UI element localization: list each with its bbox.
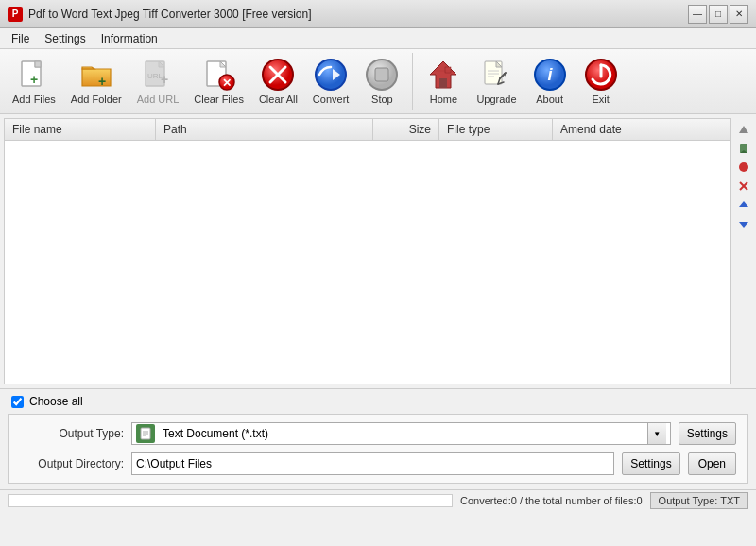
app-icon: P: [8, 7, 23, 22]
output-type-badge: Output Type: TXT: [650, 492, 748, 509]
choose-all-row: Choose all: [0, 389, 756, 414]
svg-text:+: +: [30, 72, 38, 87]
main-content-area: File name Path Size File type Amend date: [0, 114, 756, 388]
svg-text:+: +: [161, 72, 168, 87]
add-folder-label: Add Folder: [71, 94, 122, 105]
svg-rect-21: [445, 67, 451, 73]
about-svg: i: [533, 58, 567, 92]
about-label: About: [536, 94, 563, 105]
stop-label: Stop: [371, 94, 393, 105]
col-header-filetype: File type: [439, 119, 553, 140]
add-url-icon-container: URL +: [141, 58, 175, 92]
add-files-icon-container: +: [17, 58, 51, 92]
stop-svg: [365, 58, 399, 92]
menu-file[interactable]: File: [4, 30, 37, 47]
convert-button[interactable]: Convert: [306, 53, 356, 110]
svg-rect-20: [439, 78, 447, 88]
txt-file-icon: [139, 427, 152, 440]
converted-status: Converted:0 / the total number of files:…: [460, 495, 643, 506]
col-header-path: Path: [156, 119, 373, 140]
svg-text:✕: ✕: [222, 77, 232, 90]
clear-files-button[interactable]: ✕ Clear Files: [187, 53, 250, 110]
window-title: Pdf to Word Text Jpeg Tiff Converter 300…: [28, 8, 311, 21]
select-file-icon: [136, 424, 155, 443]
convert-label: Convert: [313, 94, 350, 105]
clear-all-svg: [261, 58, 295, 92]
sidebar-up-arrow[interactable]: [736, 197, 751, 213]
output-type-value: Text Document (*.txt): [159, 427, 647, 440]
svg-text:+: +: [98, 74, 106, 89]
file-table-body[interactable]: [5, 141, 730, 384]
sidebar-bookmark[interactable]: [736, 141, 751, 156]
choose-all-label: Choose all: [29, 395, 83, 408]
output-dir-settings-button[interactable]: Settings: [622, 452, 679, 475]
exit-svg: [584, 58, 618, 92]
output-type-select[interactable]: Text Document (*.txt) ▼: [131, 422, 671, 445]
convert-svg: [314, 58, 348, 92]
title-bar: P Pdf to Word Text Jpeg Tiff Converter 3…: [0, 0, 756, 28]
convert-icon-container: [314, 58, 348, 92]
add-folder-icon-container: +: [79, 58, 113, 92]
open-button[interactable]: Open: [688, 452, 736, 475]
add-url-button: URL + Add URL: [130, 53, 186, 110]
home-icon-container: [426, 58, 460, 92]
stop-button[interactable]: Stop: [357, 53, 406, 110]
toolbar: + Add Files + Add Folder: [0, 49, 756, 114]
title-bar-left: P Pdf to Word Text Jpeg Tiff Converter 3…: [8, 7, 311, 22]
minimize-button[interactable]: —: [688, 5, 707, 24]
exit-label: Exit: [592, 94, 609, 105]
svg-marker-42: [739, 201, 748, 207]
output-dir-label: Output Directory:: [20, 457, 124, 470]
bottom-panel: Choose all Output Type: Text Document (*…: [0, 388, 756, 484]
file-table-header: File name Path Size File type Amend date: [5, 119, 730, 141]
status-bar: Converted:0 / the total number of files:…: [0, 489, 756, 510]
svg-marker-36: [739, 126, 748, 133]
red-circle-icon: [738, 162, 749, 173]
output-dir-input[interactable]: [131, 452, 614, 475]
clear-files-icon-container: ✕: [202, 58, 236, 92]
red-x-icon: [738, 180, 749, 192]
scroll-up-icon: [738, 124, 749, 135]
up-arrow-icon: [738, 199, 749, 211]
close-button[interactable]: ✕: [730, 5, 748, 24]
col-header-amend: Amend date: [553, 119, 730, 140]
clear-all-button[interactable]: Clear All: [252, 53, 304, 110]
svg-rect-2: [35, 61, 41, 67]
menu-information[interactable]: Information: [94, 30, 165, 47]
upgrade-button[interactable]: Upgrade: [470, 53, 523, 110]
home-button[interactable]: Home: [419, 53, 468, 110]
output-type-label: Output Type:: [20, 427, 124, 440]
col-header-size: Size: [373, 119, 439, 140]
sidebar-red-x[interactable]: [736, 179, 751, 194]
file-table: File name Path Size File type Amend date: [4, 118, 731, 384]
menu-settings[interactable]: Settings: [37, 30, 93, 47]
add-files-button[interactable]: + Add Files: [6, 53, 62, 110]
exit-button[interactable]: Exit: [576, 53, 626, 110]
add-url-label: Add URL: [137, 94, 180, 105]
right-sidebar: [735, 118, 752, 384]
dropdown-arrow[interactable]: ▼: [647, 423, 666, 444]
maximize-button[interactable]: □: [709, 5, 728, 24]
bookmark-icon: [738, 143, 749, 154]
add-url-svg: URL +: [141, 58, 175, 92]
col-header-filename: File name: [5, 119, 156, 140]
sidebar-red-circle[interactable]: [736, 160, 751, 175]
sidebar-down-arrow[interactable]: [736, 216, 751, 231]
add-folder-button[interactable]: + Add Folder: [64, 53, 129, 110]
add-files-svg: +: [17, 58, 51, 92]
svg-marker-43: [739, 222, 748, 228]
upgrade-label: Upgrade: [476, 94, 516, 105]
clear-all-icon-container: [261, 58, 295, 92]
choose-all-checkbox[interactable]: [11, 396, 24, 408]
progress-bar-container: [8, 494, 453, 507]
clear-files-label: Clear Files: [194, 94, 244, 105]
exit-icon-container: [584, 58, 618, 92]
sidebar-scroll-up[interactable]: [736, 122, 751, 137]
upgrade-svg: [479, 58, 513, 92]
svg-point-39: [739, 162, 748, 172]
home-label: Home: [430, 94, 457, 105]
output-type-settings-button[interactable]: Settings: [679, 422, 736, 445]
about-button[interactable]: i About: [525, 53, 575, 110]
stop-icon-container: [365, 58, 399, 92]
menu-bar: File Settings Information: [0, 28, 756, 49]
